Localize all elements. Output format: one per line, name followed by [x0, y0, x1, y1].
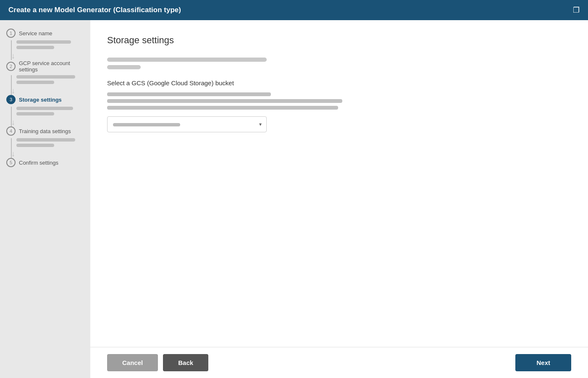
app-header: Create a new Model Generator (Classifica…	[0, 0, 588, 20]
arrow-down-icon: ↓	[11, 52, 15, 60]
sidebar-item-service-name: 1 Service name ↓	[6, 29, 84, 60]
step5-header: 5 Confirm settings	[6, 158, 84, 167]
step1-circle: 1	[6, 29, 16, 38]
info-bars	[107, 92, 571, 110]
storage-settings-title: Storage settings	[107, 35, 571, 46]
document-icon: ❐	[573, 5, 580, 15]
step4-bar1	[16, 138, 75, 142]
arrow-down-icon: ↓	[11, 87, 15, 94]
step5-label: Confirm settings	[19, 160, 58, 166]
content-area: Storage settings Select a GCS (Google Cl…	[90, 20, 588, 378]
sidebar-item-storage: 3 Storage settings ↓	[6, 95, 84, 126]
page-title: Create a new Model Generator (Classifica…	[8, 6, 181, 14]
next-button[interactable]: Next	[515, 354, 571, 371]
cancel-button[interactable]: Cancel	[107, 354, 158, 371]
step5-circle: 5	[6, 158, 16, 167]
sidebar-item-training: 4 Training data settings ↓	[6, 126, 84, 158]
step1-bar2	[16, 46, 54, 49]
step2-bar1	[16, 75, 75, 79]
step1-content	[11, 40, 84, 52]
footer-left-buttons: Cancel Back	[107, 354, 208, 371]
step2-arrow: ↓	[11, 87, 84, 95]
footer: Cancel Back Next	[90, 347, 588, 378]
sidebar-item-confirm: 5 Confirm settings	[6, 158, 84, 170]
step3-bar2	[16, 112, 54, 116]
step3-header: 3 Storage settings	[6, 95, 84, 104]
desc-bar1	[107, 58, 267, 62]
step2-label: GCP service account settings	[19, 60, 84, 73]
step2-content	[11, 75, 84, 87]
step1-arrow: ↓	[11, 52, 84, 60]
desc-bar2	[107, 65, 141, 69]
gcs-section-title: Select a GCS (Google Cloud Storage) buck…	[107, 79, 571, 87]
step2-circle: 2	[6, 62, 16, 71]
step3-bar1	[16, 107, 73, 110]
info-bar1	[107, 92, 271, 96]
step2-bar2	[16, 81, 54, 84]
step3-label: Storage settings	[19, 97, 62, 103]
step2-header: 2 GCP service account settings	[6, 60, 84, 73]
step1-label: Service name	[19, 30, 52, 37]
arrow-down-icon: ↓	[11, 150, 15, 158]
step4-content	[11, 138, 84, 150]
step3-circle: 3	[6, 95, 16, 104]
step4-bar2	[16, 144, 54, 147]
info-bar2	[107, 99, 342, 103]
bucket-dropdown[interactable]	[107, 116, 267, 132]
arrow-down-icon: ↓	[11, 118, 15, 126]
step4-circle: 4	[6, 126, 16, 136]
main-layout: 1 Service name ↓ 2 GCP service account s…	[0, 20, 588, 378]
step3-arrow: ↓	[11, 118, 84, 126]
sidebar: 1 Service name ↓ 2 GCP service account s…	[0, 20, 90, 378]
sidebar-item-gcp: 2 GCP service account settings ↓	[6, 60, 84, 95]
step4-header: 4 Training data settings	[6, 126, 84, 136]
bucket-dropdown-wrapper[interactable]: ▾	[107, 116, 267, 132]
step1-bar1	[16, 40, 71, 44]
content-body: Storage settings Select a GCS (Google Cl…	[90, 20, 588, 347]
step1-header: 1 Service name	[6, 29, 84, 38]
step3-content	[11, 107, 84, 118]
info-bar3	[107, 106, 338, 110]
step4-arrow: ↓	[11, 150, 84, 158]
back-button[interactable]: Back	[163, 354, 208, 371]
step4-label: Training data settings	[19, 128, 71, 134]
